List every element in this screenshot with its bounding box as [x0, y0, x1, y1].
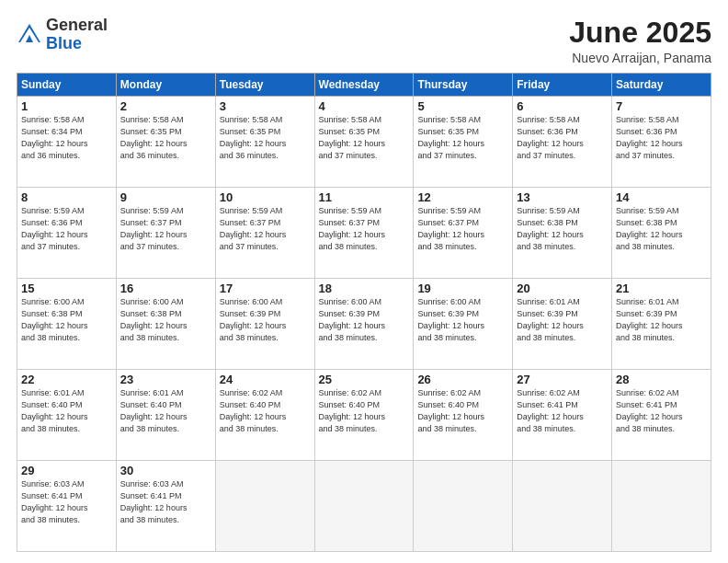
day-number: 13	[517, 190, 608, 204]
table-row: 9Sunrise: 5:59 AM Sunset: 6:37 PM Daylig…	[116, 188, 215, 279]
table-row: 18Sunrise: 6:00 AM Sunset: 6:39 PM Dayli…	[314, 279, 414, 370]
calendar-table: Sunday Monday Tuesday Wednesday Thursday…	[17, 73, 711, 552]
header: General Blue June 2025 Nuevo Arraijan, P…	[17, 17, 711, 65]
header-wednesday: Wednesday	[314, 74, 414, 97]
day-number: 26	[417, 373, 508, 386]
day-info: Sunrise: 6:01 AM Sunset: 6:40 PM Dayligh…	[120, 387, 211, 435]
day-number: 7	[616, 99, 707, 113]
subtitle: Nuevo Arraijan, Panama	[569, 51, 711, 65]
table-row: 20Sunrise: 6:01 AM Sunset: 6:39 PM Dayli…	[513, 279, 612, 370]
day-info: Sunrise: 6:03 AM Sunset: 6:41 PM Dayligh…	[120, 478, 211, 526]
day-info: Sunrise: 5:59 AM Sunset: 6:38 PM Dayligh…	[517, 205, 608, 253]
day-info: Sunrise: 6:02 AM Sunset: 6:40 PM Dayligh…	[220, 387, 311, 435]
header-saturday: Saturday	[612, 74, 711, 97]
day-info: Sunrise: 6:00 AM Sunset: 6:39 PM Dayligh…	[319, 296, 410, 344]
day-number: 3	[220, 99, 311, 113]
day-info: Sunrise: 5:58 AM Sunset: 6:35 PM Dayligh…	[220, 114, 311, 162]
day-number: 19	[417, 282, 508, 295]
table-row: 10Sunrise: 5:59 AM Sunset: 6:37 PM Dayli…	[215, 188, 314, 279]
day-number: 21	[616, 282, 707, 295]
day-info: Sunrise: 5:58 AM Sunset: 6:35 PM Dayligh…	[417, 114, 508, 162]
header-sunday: Sunday	[17, 74, 117, 97]
table-row: 11Sunrise: 5:59 AM Sunset: 6:37 PM Dayli…	[314, 188, 414, 279]
day-number: 12	[417, 190, 508, 204]
day-info: Sunrise: 5:59 AM Sunset: 6:37 PM Dayligh…	[319, 205, 410, 253]
day-number: 24	[220, 373, 311, 386]
table-row: 17Sunrise: 6:00 AM Sunset: 6:39 PM Dayli…	[215, 279, 314, 370]
table-row: 5Sunrise: 5:58 AM Sunset: 6:35 PM Daylig…	[414, 97, 513, 188]
table-row: 6Sunrise: 5:58 AM Sunset: 6:36 PM Daylig…	[513, 97, 612, 188]
logo-blue: Blue	[46, 34, 82, 52]
header-friday: Friday	[513, 74, 612, 97]
day-info: Sunrise: 5:59 AM Sunset: 6:37 PM Dayligh…	[220, 205, 311, 253]
day-info: Sunrise: 5:58 AM Sunset: 6:35 PM Dayligh…	[319, 114, 410, 162]
table-row: 4Sunrise: 5:58 AM Sunset: 6:35 PM Daylig…	[314, 97, 414, 188]
day-info: Sunrise: 5:58 AM Sunset: 6:36 PM Dayligh…	[517, 114, 608, 162]
day-info: Sunrise: 6:00 AM Sunset: 6:38 PM Dayligh…	[120, 296, 211, 344]
day-info: Sunrise: 6:02 AM Sunset: 6:41 PM Dayligh…	[517, 387, 608, 435]
day-info: Sunrise: 6:02 AM Sunset: 6:41 PM Dayligh…	[616, 387, 707, 435]
table-row: 19Sunrise: 6:00 AM Sunset: 6:39 PM Dayli…	[414, 279, 513, 370]
table-row: 12Sunrise: 5:59 AM Sunset: 6:37 PM Dayli…	[414, 188, 513, 279]
table-row	[513, 461, 612, 552]
day-info: Sunrise: 6:00 AM Sunset: 6:38 PM Dayligh…	[21, 296, 112, 344]
day-number: 23	[120, 373, 211, 386]
table-row: 16Sunrise: 6:00 AM Sunset: 6:38 PM Dayli…	[116, 279, 215, 370]
day-info: Sunrise: 6:02 AM Sunset: 6:40 PM Dayligh…	[417, 387, 508, 435]
day-info: Sunrise: 5:58 AM Sunset: 6:35 PM Dayligh…	[120, 114, 211, 162]
day-number: 16	[120, 282, 211, 295]
header-monday: Monday	[116, 74, 215, 97]
day-number: 1	[21, 99, 112, 113]
table-row: 29Sunrise: 6:03 AM Sunset: 6:41 PM Dayli…	[17, 461, 117, 552]
day-info: Sunrise: 5:59 AM Sunset: 6:37 PM Dayligh…	[120, 205, 211, 253]
table-row: 21Sunrise: 6:01 AM Sunset: 6:39 PM Dayli…	[612, 279, 711, 370]
table-row: 1Sunrise: 5:58 AM Sunset: 6:34 PM Daylig…	[17, 97, 117, 188]
day-number: 29	[21, 464, 112, 477]
day-number: 5	[417, 99, 508, 113]
logo-general: General	[46, 16, 108, 34]
day-info: Sunrise: 6:00 AM Sunset: 6:39 PM Dayligh…	[417, 296, 508, 344]
page: General Blue June 2025 Nuevo Arraijan, P…	[0, 0, 728, 563]
table-row: 7Sunrise: 5:58 AM Sunset: 6:36 PM Daylig…	[612, 97, 711, 188]
table-row: 14Sunrise: 5:59 AM Sunset: 6:38 PM Dayli…	[612, 188, 711, 279]
table-row: 30Sunrise: 6:03 AM Sunset: 6:41 PM Dayli…	[116, 461, 215, 552]
day-number: 10	[220, 190, 311, 204]
table-row: 24Sunrise: 6:02 AM Sunset: 6:40 PM Dayli…	[215, 370, 314, 461]
day-number: 14	[616, 190, 707, 204]
header-thursday: Thursday	[414, 74, 513, 97]
table-row	[215, 461, 314, 552]
logo: General Blue	[17, 17, 108, 53]
day-number: 18	[319, 282, 410, 295]
day-info: Sunrise: 5:59 AM Sunset: 6:38 PM Dayligh…	[616, 205, 707, 253]
day-info: Sunrise: 6:02 AM Sunset: 6:40 PM Dayligh…	[319, 387, 410, 435]
day-number: 28	[616, 373, 707, 386]
day-info: Sunrise: 5:59 AM Sunset: 6:37 PM Dayligh…	[417, 205, 508, 253]
table-row: 15Sunrise: 6:00 AM Sunset: 6:38 PM Dayli…	[17, 279, 117, 370]
main-title: June 2025	[569, 17, 711, 49]
day-number: 27	[517, 373, 608, 386]
table-row: 13Sunrise: 5:59 AM Sunset: 6:38 PM Dayli…	[513, 188, 612, 279]
table-row: 8Sunrise: 5:59 AM Sunset: 6:36 PM Daylig…	[17, 188, 117, 279]
table-row: 23Sunrise: 6:01 AM Sunset: 6:40 PM Dayli…	[116, 370, 215, 461]
day-info: Sunrise: 6:00 AM Sunset: 6:39 PM Dayligh…	[220, 296, 311, 344]
day-number: 2	[120, 99, 211, 113]
day-number: 4	[319, 99, 410, 113]
day-number: 22	[21, 373, 112, 386]
day-number: 25	[319, 373, 410, 386]
day-number: 20	[517, 282, 608, 295]
day-info: Sunrise: 6:03 AM Sunset: 6:41 PM Dayligh…	[21, 478, 112, 526]
day-info: Sunrise: 6:01 AM Sunset: 6:39 PM Dayligh…	[616, 296, 707, 344]
logo-text: General Blue	[46, 17, 108, 53]
day-number: 8	[21, 190, 112, 204]
logo-icon	[17, 22, 42, 48]
table-row: 2Sunrise: 5:58 AM Sunset: 6:35 PM Daylig…	[116, 97, 215, 188]
header-row: Sunday Monday Tuesday Wednesday Thursday…	[17, 74, 711, 97]
day-number: 9	[120, 190, 211, 204]
day-info: Sunrise: 5:59 AM Sunset: 6:36 PM Dayligh…	[21, 205, 112, 253]
table-row: 25Sunrise: 6:02 AM Sunset: 6:40 PM Dayli…	[314, 370, 414, 461]
title-block: June 2025 Nuevo Arraijan, Panama	[569, 17, 711, 65]
day-number: 30	[120, 464, 211, 477]
day-info: Sunrise: 5:58 AM Sunset: 6:34 PM Dayligh…	[21, 114, 112, 162]
table-row	[414, 461, 513, 552]
table-row	[612, 461, 711, 552]
